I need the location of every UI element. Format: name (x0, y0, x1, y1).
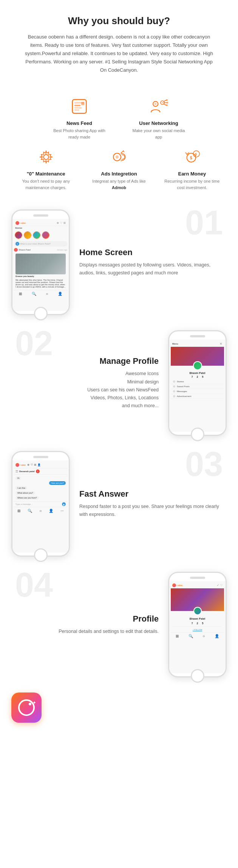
menu-saved: Saved Posts (171, 384, 224, 389)
feature-news-feed: News Feed Best Photo sharing App with re… (51, 97, 108, 140)
svg-point-14 (167, 102, 168, 104)
chat-messages: Hi How are you? I am fine What about you… (14, 475, 67, 501)
profile2-divider (173, 626, 222, 627)
post-title: Greece you beauty (15, 274, 66, 278)
menu-messages: Messages (171, 389, 224, 394)
post-avatar (14, 248, 18, 252)
svg-rect-0 (73, 100, 87, 114)
svg-point-16 (43, 155, 48, 160)
nav-cam-chat: ○ (39, 509, 42, 513)
story-2 (24, 231, 31, 239)
story-4 (42, 231, 49, 239)
maintenance-desc: You don't need to pay any maintenance ch… (18, 178, 74, 191)
chat-profile-icon: 👤 (37, 463, 41, 466)
ads-icon (109, 148, 129, 167)
profile-screen-header: Menu ✕ (171, 341, 224, 347)
post-user-row: Bhavin Patel minutes ago (14, 247, 67, 252)
manage-profile-title: Manage Profile (19, 356, 159, 366)
earn-money-title: Earn Money (164, 171, 220, 177)
manage-profile-desc: Awesome IconsMinimal designUsers can see… (19, 370, 159, 410)
menu-saved-label: Saved Posts (177, 385, 190, 388)
phone-chat-button (34, 548, 48, 562)
stat-posts: 7 (192, 376, 193, 378)
story-3 (33, 231, 40, 239)
feature-earn-money: $ $ Earn Money Recurring income by one t… (164, 148, 220, 191)
search-icon-sm: ⊕ (57, 222, 59, 225)
menu-dot-ads (173, 395, 175, 397)
p2-nav-profile: 👤 (215, 634, 219, 638)
phone-frame-chat: i odon ⊕ ♡ ⊞ 👤 ☰ Devansh patel 1 (11, 451, 70, 557)
fast-answer-desc: Respond faster to a post you see. Share … (79, 503, 219, 519)
phone-mockup-profile2: i odon ✓ ♡ Bhawn Patel 7 (168, 572, 227, 677)
phone-screen-profile2: i odon ✓ ♡ Bhawn Patel 7 (169, 581, 226, 673)
stat-posts-num: 7 (192, 376, 193, 378)
profile2-header: i odon ✓ ♡ (171, 583, 224, 588)
nav-circle: ○ (46, 292, 48, 296)
features-row-2: "0" Maintenance You don't need to pay an… (0, 144, 238, 202)
p2-stat-following: 5 (202, 622, 203, 625)
phone-section-home: 01 i odon ⊕ ♡ ⊞ Stories (0, 202, 238, 323)
menu-label: Menu (172, 343, 178, 345)
p2-nav-search: 🔍 (189, 634, 193, 638)
phone-profile2-button (191, 669, 204, 683)
nav-search-chat: 🔍 (28, 509, 32, 513)
svg-text:$: $ (195, 152, 197, 156)
p2-stat-num-7: 7 (192, 622, 193, 625)
chat-input-bar: Type a message... ▶ (14, 501, 67, 507)
maintenance-title: "0" Maintenance (18, 171, 74, 177)
logo-text: i odon (20, 222, 26, 224)
stories-row (14, 230, 67, 240)
p2-stat-num-5: 5 (202, 622, 203, 625)
svg-point-9 (162, 102, 163, 103)
phone-mockup-home: i odon ⊕ ♡ ⊞ Stories (11, 209, 70, 315)
menu-dot-stories (173, 380, 175, 383)
screen-nav-icons: ⊕ ♡ ⊞ (57, 222, 66, 225)
svg-line-12 (164, 104, 166, 105)
chat-placeholder: Type a message... (15, 503, 61, 505)
p2-stat-followers: 2 (197, 622, 198, 625)
menu-dot-saved (173, 385, 175, 388)
msg-from: Where are you from? (15, 496, 39, 500)
hamburger-icon: ☰ (15, 470, 18, 473)
phone-screen-profile: Menu ✕ Bhavin Patel 7 2 (169, 340, 226, 432)
follow-btn: + FOLLOW (193, 629, 202, 631)
menu-stories: Stories (171, 379, 224, 384)
phone-mockup-chat: i odon ⊕ ♡ ⊞ 👤 ☰ Devansh patel 1 (11, 451, 70, 557)
profile2-logo-circle (172, 583, 176, 587)
stories-label: Stories (14, 226, 67, 230)
phone-frame-profile: Menu ✕ Bhavin Patel 7 2 (168, 330, 227, 436)
profile2-stats: 7 2 5 (171, 621, 224, 626)
nav-home: ⊞ (19, 292, 22, 296)
bell-icon-sm: ⊞ (63, 222, 66, 225)
feature-ads: Ads Integretion Integreat any type of Ad… (91, 148, 147, 191)
app-icon-dot (29, 703, 31, 705)
menu-dot-messages (173, 390, 175, 392)
nav-search: 🔍 (32, 292, 36, 296)
svg-rect-2 (74, 105, 81, 106)
chat-header: i odon ⊕ ♡ ⊞ 👤 (14, 462, 67, 468)
app-icon: ✦ (11, 693, 42, 723)
profile2-bottom-nav: ⊞ 🔍 ○ 👤 (171, 632, 224, 639)
input-bar-home: + What is your mind, Bhavin Patel? (14, 241, 67, 246)
nav-home-chat: ⊞ (17, 509, 20, 513)
add-btn: + (15, 242, 19, 246)
msg-how: How are you? (49, 481, 66, 485)
stat-followers-num: 2 (197, 376, 198, 378)
profile-desc: Personal details and settings to edit th… (19, 628, 159, 636)
svg-point-13 (166, 99, 168, 101)
menu-messages-label: Messages (177, 390, 187, 392)
gear-icon (36, 148, 56, 167)
p2-nav-cam: ○ (202, 634, 205, 638)
menu-ads-label: Advertisement (177, 395, 191, 397)
feature-maintenance: "0" Maintenance You don't need to pay an… (18, 148, 74, 191)
profile-avatar-wrap (171, 361, 224, 372)
home-screen-desc: Displays messages posted by following us… (79, 261, 219, 277)
earn-money-desc: Recurring income by one time cost invest… (164, 178, 220, 191)
heart-icon-sm: ♡ (60, 222, 62, 225)
post-block: Greece you beauty We attempted this shot… (14, 252, 67, 290)
svg-rect-4 (74, 110, 79, 111)
profile2-avatar-wrap (171, 607, 224, 617)
svg-rect-3 (74, 108, 82, 109)
home-screen-text: Home Screen Displays messages posted by … (70, 240, 227, 285)
post-text: We attempted this shot twice. The first … (15, 278, 66, 289)
